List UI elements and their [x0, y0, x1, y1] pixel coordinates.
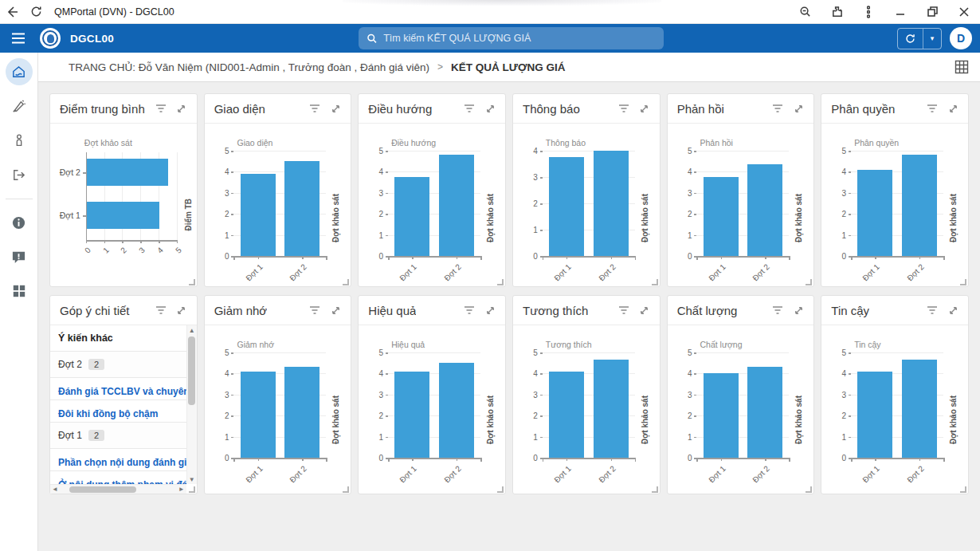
filter-icon[interactable]: [769, 301, 786, 319]
feedback-group-row[interactable]: Đợt 22: [50, 352, 186, 378]
card-header: Thông báo: [513, 94, 660, 124]
vertical-scrollbar[interactable]: ▲▼: [186, 325, 197, 484]
bar-Đợt 1: [87, 202, 159, 229]
y-tick-label: 5: [832, 147, 846, 155]
x-tick-label: Đợt 1: [695, 464, 727, 496]
axis-end: [789, 458, 790, 462]
reload-icon[interactable]: [24, 2, 48, 22]
y-tick-label: 3: [677, 391, 692, 399]
sidebar-item-logout[interactable]: [6, 161, 33, 188]
sidebar-item-customize[interactable]: [6, 92, 33, 120]
scroll-left-icon[interactable]: ◄: [52, 485, 58, 494]
y-tick: [231, 214, 233, 215]
back-icon[interactable]: [0, 2, 24, 22]
expand-icon[interactable]: [327, 100, 344, 117]
chart-inner-title: Chất lượng: [700, 340, 742, 349]
grid-view-icon[interactable]: [955, 60, 969, 74]
filter-icon[interactable]: [615, 100, 633, 117]
filter-icon[interactable]: [615, 301, 633, 319]
sidebar-item-feedback[interactable]: [6, 243, 33, 270]
y-tick: [231, 395, 233, 396]
caret-down-icon[interactable]: ▾: [923, 29, 941, 49]
scroll-up-icon[interactable]: ▲: [189, 325, 195, 335]
scrollbar-thumb[interactable]: [69, 486, 136, 493]
bar-Đợt 1: [704, 177, 739, 256]
resize-corner-icon[interactable]: [343, 486, 349, 493]
resize-corner-icon[interactable]: [189, 279, 195, 285]
app-logo[interactable]: [40, 28, 61, 49]
expand-icon[interactable]: [481, 100, 499, 117]
resize-corner-icon[interactable]: [497, 279, 504, 285]
scrollbar-thumb[interactable]: [188, 337, 195, 405]
sidebar-item-info[interactable]: [6, 209, 33, 236]
breadcrumb-home[interactable]: TRANG CHỦ: Đỗ Văn Niệm (NID001-Admin , T…: [69, 61, 429, 73]
y-tick: [386, 171, 388, 173]
x-tick-label: Đợt 1: [540, 464, 572, 496]
resize-corner-icon[interactable]: [497, 486, 504, 493]
expand-icon[interactable]: [481, 301, 499, 319]
filter-icon[interactable]: [769, 100, 786, 117]
resize-corner-icon[interactable]: [652, 279, 658, 285]
filter-icon[interactable]: [306, 100, 323, 117]
scroll-right-icon[interactable]: ►: [178, 485, 185, 494]
sidebar-item-profile[interactable]: [6, 127, 33, 154]
resize-corner-icon[interactable]: [960, 486, 966, 493]
filter-icon[interactable]: [461, 301, 478, 319]
minimize-icon[interactable]: [884, 2, 916, 22]
kebab-menu-icon[interactable]: [853, 2, 884, 22]
refresh-icon[interactable]: [898, 29, 923, 49]
card-actions: [615, 100, 653, 117]
expand-icon[interactable]: [944, 100, 962, 117]
expand-icon[interactable]: [790, 100, 807, 117]
restore-icon[interactable]: [916, 2, 948, 22]
y-tick: [540, 230, 543, 231]
search-icon: [367, 33, 377, 44]
search-box[interactable]: [359, 27, 664, 49]
sidebar-item-home[interactable]: [6, 58, 33, 85]
resize-corner-icon[interactable]: [806, 279, 812, 285]
sidebar-item-apps[interactable]: [6, 277, 33, 305]
expand-icon[interactable]: [636, 100, 653, 117]
expand-icon[interactable]: [636, 301, 653, 319]
filter-icon[interactable]: [152, 301, 170, 319]
search-input[interactable]: [383, 33, 656, 44]
filter-icon[interactable]: [306, 301, 323, 319]
bar-Đợt 1: [704, 373, 739, 458]
feedback-link[interactable]: Đánh giá TCCLBV và chuyên đ...: [50, 378, 186, 400]
axis-end: [543, 256, 544, 260]
y-tick-label: 4: [832, 369, 846, 378]
y-tick-label: 0: [523, 252, 538, 261]
chart-inner-title: Điều hướng: [391, 138, 436, 148]
resize-corner-icon[interactable]: [960, 279, 966, 285]
close-icon[interactable]: [948, 2, 980, 22]
filter-icon[interactable]: [461, 100, 478, 117]
feedback-group-row[interactable]: Đợt 12: [50, 423, 186, 449]
bar-Đợt 2: [902, 360, 937, 458]
y-tick-label: 0: [523, 454, 538, 462]
feedback-link[interactable]: Phần chọn nội dung đánh giá:...: [50, 449, 186, 471]
hamburger-icon[interactable]: [0, 24, 37, 53]
y-tick: [540, 177, 543, 179]
filter-icon[interactable]: [923, 301, 941, 319]
expand-icon[interactable]: [944, 301, 962, 319]
bar-Đợt 2: [747, 367, 782, 458]
expand-icon[interactable]: [327, 301, 344, 319]
y-tick: [386, 373, 388, 375]
feedback-link[interactable]: Đôi khi đồng bộ chậm: [50, 400, 186, 423]
resize-corner-icon[interactable]: [652, 486, 658, 493]
extensions-puzzle-icon[interactable]: [821, 2, 853, 22]
expand-icon[interactable]: [173, 100, 190, 117]
avatar[interactable]: D: [950, 27, 972, 49]
expand-icon[interactable]: [790, 301, 807, 319]
y-tick-label: 5: [523, 348, 538, 357]
scroll-down-icon[interactable]: ▼: [189, 474, 195, 484]
horizontal-scrollbar[interactable]: ◄►: [50, 484, 186, 494]
y-tick-label: 0: [214, 454, 229, 462]
axis-end: [696, 458, 698, 462]
resize-corner-icon[interactable]: [806, 486, 812, 493]
filter-icon[interactable]: [152, 100, 170, 117]
resize-corner-icon[interactable]: [343, 279, 349, 285]
zoom-out-icon[interactable]: [789, 2, 821, 22]
filter-icon[interactable]: [923, 100, 941, 117]
expand-icon[interactable]: [173, 301, 190, 319]
